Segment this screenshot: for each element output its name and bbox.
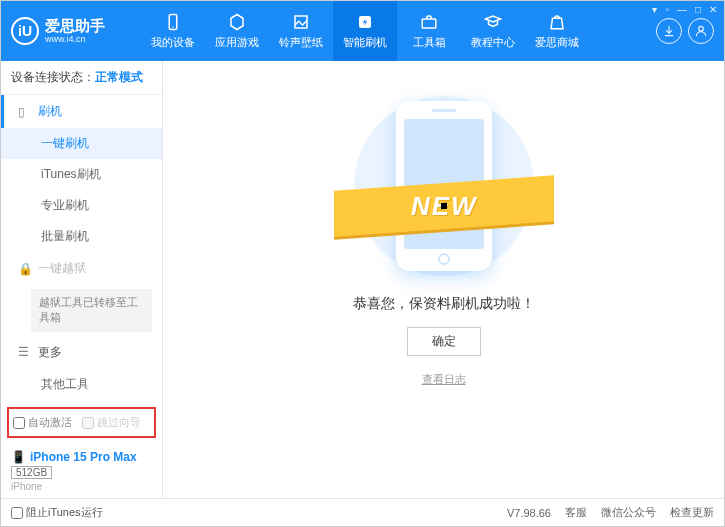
ribbon-text: NEW <box>410 191 477 222</box>
store-icon <box>547 12 567 32</box>
version-label: V7.98.66 <box>507 507 551 519</box>
connection-status: 设备连接状态：正常模式 <box>1 61 162 95</box>
ok-button[interactable]: 确定 <box>407 327 481 356</box>
device-type: iPhone <box>11 481 152 492</box>
sidebar-item-batch[interactable]: 批量刷机 <box>1 221 162 252</box>
group-more[interactable]: ☰更多 <box>1 336 162 369</box>
view-log-link[interactable]: 查看日志 <box>422 372 466 387</box>
app-site: www.i4.cn <box>45 34 105 44</box>
footer: 阻止iTunes运行 V7.98.66 客服 微信公众号 检查更新 <box>1 498 724 526</box>
sidebar-item-other[interactable]: 其他工具 <box>1 369 162 400</box>
success-illustration: NEW <box>334 91 554 281</box>
group-flash[interactable]: ▯刷机 <box>1 95 162 128</box>
tutorial-icon <box>483 12 503 32</box>
footer-wechat[interactable]: 微信公众号 <box>601 505 656 520</box>
nav-tutorial[interactable]: 教程中心 <box>461 1 525 61</box>
logo-icon: iU <box>11 17 39 45</box>
logo: iU 爱思助手 www.i4.cn <box>11 17 141 45</box>
apps-icon <box>227 12 247 32</box>
header: iU 爱思助手 www.i4.cn 我的设备 应用游戏 铃声壁纸 智能刷机 <box>1 1 724 61</box>
highlight-box: 自动激活 跳过向导 <box>7 407 156 438</box>
skip-guide-checkbox[interactable]: 跳过向导 <box>82 415 141 430</box>
phone-icon: ▯ <box>18 105 32 119</box>
nav-label: 教程中心 <box>471 35 515 50</box>
nav-apps[interactable]: 应用游戏 <box>205 1 269 61</box>
app-title: 爱思助手 <box>45 18 105 35</box>
device-info: 📱iPhone 15 Pro Max 512GB iPhone <box>1 444 162 498</box>
device-icon <box>163 12 183 32</box>
nav-label: 工具箱 <box>413 35 446 50</box>
nav-label: 铃声壁纸 <box>279 35 323 50</box>
success-message: 恭喜您，保资料刷机成功啦！ <box>353 295 535 313</box>
nav-ringtones[interactable]: 铃声壁纸 <box>269 1 333 61</box>
svg-point-5 <box>699 26 704 31</box>
svg-point-1 <box>172 27 174 29</box>
sidebar-item-download[interactable]: 下载固件 <box>1 400 162 401</box>
jailbreak-note: 越狱工具已转移至工具箱 <box>31 289 152 332</box>
nav-label: 我的设备 <box>151 35 195 50</box>
top-nav: 我的设备 应用游戏 铃声壁纸 智能刷机 工具箱 教程中心 <box>141 1 656 61</box>
menu-icon[interactable]: ▾ <box>652 4 657 15</box>
auto-activate-checkbox[interactable]: 自动激活 <box>13 415 72 430</box>
maximize-icon[interactable]: □ <box>695 4 701 15</box>
sidebar: 设备连接状态：正常模式 ▯刷机 一键刷机 iTunes刷机 专业刷机 批量刷机 … <box>1 61 163 498</box>
list-icon: ☰ <box>18 345 32 359</box>
nav-label: 智能刷机 <box>343 35 387 50</box>
wallpaper-icon <box>291 12 311 32</box>
nav-toolbox[interactable]: 工具箱 <box>397 1 461 61</box>
device-name[interactable]: 📱iPhone 15 Pro Max <box>11 450 152 464</box>
device-storage: 512GB <box>11 466 52 479</box>
user-button[interactable] <box>688 18 714 44</box>
nav-my-device[interactable]: 我的设备 <box>141 1 205 61</box>
tshirt-icon[interactable]: ▫ <box>665 4 669 15</box>
sidebar-item-oneclick[interactable]: 一键刷机 <box>1 128 162 159</box>
svg-rect-4 <box>422 19 436 28</box>
sidebar-item-itunes[interactable]: iTunes刷机 <box>1 159 162 190</box>
flash-icon <box>355 12 375 32</box>
toolbox-icon <box>419 12 439 32</box>
nav-flash[interactable]: 智能刷机 <box>333 1 397 61</box>
footer-support[interactable]: 客服 <box>565 505 587 520</box>
lock-icon: 🔒 <box>18 262 32 276</box>
nav-label: 爱思商城 <box>535 35 579 50</box>
minimize-icon[interactable]: — <box>677 4 687 15</box>
nav-label: 应用游戏 <box>215 35 259 50</box>
group-jailbreak: 🔒一键越狱 <box>1 252 162 285</box>
nav-store[interactable]: 爱思商城 <box>525 1 589 61</box>
main-content: NEW 恭喜您，保资料刷机成功啦！ 确定 查看日志 <box>163 61 724 498</box>
download-button[interactable] <box>656 18 682 44</box>
phone-small-icon: 📱 <box>11 450 26 464</box>
block-itunes-checkbox[interactable]: 阻止iTunes运行 <box>11 505 103 520</box>
footer-update[interactable]: 检查更新 <box>670 505 714 520</box>
sidebar-item-pro[interactable]: 专业刷机 <box>1 190 162 221</box>
close-icon[interactable]: ✕ <box>709 4 717 15</box>
